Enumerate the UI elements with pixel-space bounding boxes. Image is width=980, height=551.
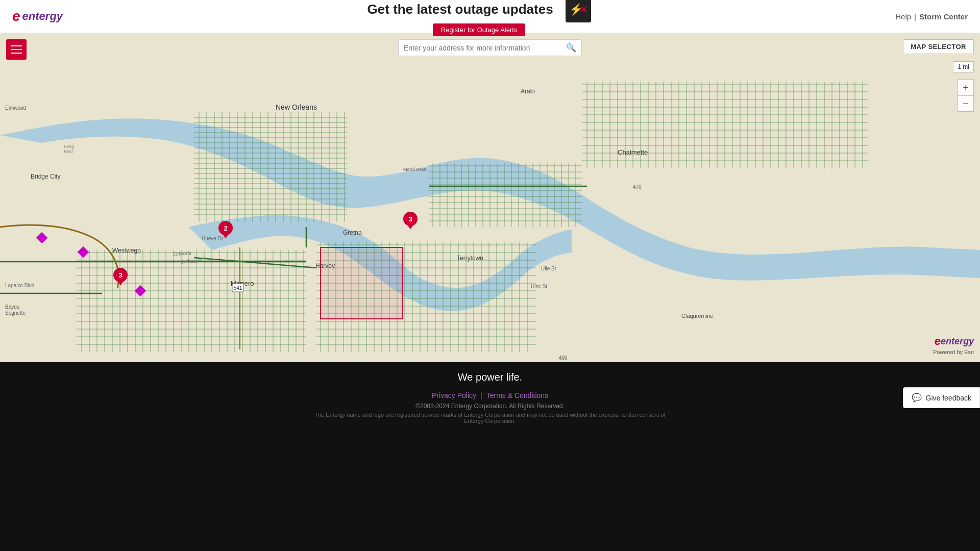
terms-link[interactable]: Terms & Conditions: [486, 391, 548, 399]
outage-title: Get the latest outage updates: [368, 2, 553, 17]
search-button[interactable]: 🔍: [566, 43, 576, 53]
svg-text:Long: Long: [64, 144, 74, 149]
svg-text:Claquremine: Claquremine: [681, 313, 713, 319]
map-selector-button[interactable]: MAP SELECTOR: [903, 39, 974, 54]
outage-marker-3b[interactable]: 3: [113, 268, 128, 282]
map-container[interactable]: New Orleans Bridge City Arabi Chalmette …: [0, 33, 980, 362]
header: e entergy Get the latest outage updates …: [0, 0, 980, 33]
svg-text:Arabi: Arabi: [521, 88, 535, 95]
outage-marker-2[interactable]: 2: [218, 221, 233, 235]
alert-icon-box: ⚡ ✕: [566, 0, 591, 22]
logo-text: entergy: [22, 10, 63, 23]
menu-line: [11, 45, 22, 46]
feedback-icon: 💬: [912, 393, 922, 403]
search-input[interactable]: [404, 44, 566, 52]
svg-text:Hueve Dr: Hueve Dr: [202, 236, 224, 241]
svg-text:Bridge City: Bridge City: [31, 173, 61, 180]
svg-text:New Orleans: New Orleans: [276, 103, 317, 111]
watermark-e: e: [935, 335, 941, 348]
footer: We power life. Privacy Policy | Terms & …: [0, 362, 980, 551]
svg-text:Mardi Gras: Mardi Gras: [403, 167, 426, 172]
svg-text:Chalmette: Chalmette: [618, 148, 648, 156]
help-link[interactable]: Help: [895, 12, 911, 21]
footer-copyright: ©2008-2024 Entergy Corporation. All Righ…: [415, 403, 565, 410]
scale-bar: 1 mi: [953, 61, 974, 72]
zoom-controls: + −: [958, 79, 974, 112]
svg-text:Elmwood: Elmwood: [5, 105, 26, 111]
menu-line: [11, 53, 22, 54]
feedback-label: Give feedback: [926, 394, 972, 402]
footer-divider: |: [480, 391, 482, 399]
search-bar: 🔍: [398, 39, 582, 56]
svg-text:Ulric St: Ulric St: [531, 284, 547, 289]
logo-container: e entergy: [12, 8, 63, 24]
svg-text:470: 470: [633, 184, 642, 190]
powered-by: Powered by Esri: [933, 349, 974, 355]
outage-marker-3a[interactable]: 3: [403, 212, 418, 226]
logo-e: e: [12, 8, 20, 24]
footer-tagline: We power life.: [458, 371, 522, 383]
menu-line: [11, 49, 22, 50]
watermark-text: entergy: [941, 336, 974, 347]
header-divider: |: [914, 12, 916, 21]
footer-links: Privacy Policy | Terms & Conditions: [432, 391, 548, 399]
svg-text:Lapalco Blvd: Lapalco Blvd: [5, 283, 34, 288]
header-right: Help | Storm Center: [895, 12, 968, 21]
zoom-in-button[interactable]: +: [958, 79, 974, 95]
svg-text:Blvd: Blvd: [64, 149, 73, 154]
footer-legal: The Entergy name and logo are registered…: [311, 412, 669, 424]
map-svg: New Orleans Bridge City Arabi Chalmette …: [0, 33, 980, 362]
header-center: Get the latest outage updates ⚡ ✕ Regist…: [368, 0, 591, 36]
svg-text:Segnette: Segnette: [5, 310, 26, 316]
svg-text:Terrytown: Terrytown: [457, 255, 483, 262]
watermark-logo: e entergy: [935, 335, 974, 348]
svg-text:Ulie St: Ulie St: [541, 266, 556, 271]
menu-button[interactable]: [6, 39, 27, 60]
svg-text:Harvey: Harvey: [315, 262, 335, 269]
zoom-out-button[interactable]: −: [958, 95, 974, 112]
svg-text:Gretna: Gretna: [343, 229, 362, 236]
storm-center-link[interactable]: Storm Center: [919, 12, 968, 21]
give-feedback-button[interactable]: 💬 Give feedback: [903, 387, 981, 408]
x-badge: ✕: [580, 4, 587, 15]
map-watermark: e entergy Powered by Esri: [933, 335, 974, 355]
svg-text:Bayou: Bayou: [5, 304, 19, 310]
svg-rect-211: [321, 247, 402, 319]
register-btn[interactable]: Register for Outage Alerts: [433, 23, 526, 36]
svg-text:Westwego: Westwego: [112, 247, 141, 254]
svg-text:541: 541: [234, 285, 242, 291]
privacy-link[interactable]: Privacy Policy: [432, 391, 476, 399]
svg-text:400: 400: [559, 355, 568, 361]
